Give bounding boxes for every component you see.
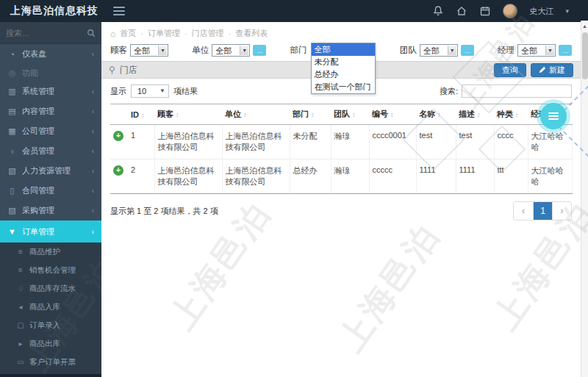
search-icon	[87, 29, 96, 37]
chevron-left-icon: ‹	[92, 50, 94, 58]
book-icon: ▤	[7, 107, 17, 116]
unit-filter-label: 单位	[192, 45, 209, 56]
col-header-customer[interactable]: 顾客↕	[154, 104, 222, 125]
sidebar-search-input[interactable]	[6, 29, 82, 37]
scroll-up-arrow[interactable]: ▲	[581, 21, 588, 31]
dropdown-option-unassigned[interactable]: 未分配	[312, 56, 375, 68]
breadcrumb-orders[interactable]: 订单管理	[148, 28, 180, 39]
cell-id: 2	[128, 159, 154, 194]
team-more-button[interactable]: ...	[461, 45, 474, 56]
submenu-item-sales-opportunity[interactable]: ≡ 销售机会管理	[0, 261, 101, 279]
sidebar-search	[0, 22, 101, 44]
col-header-unit[interactable]: 单位↕	[222, 104, 290, 125]
stores-table: ID↕ 顾客↕ 单位↕ 部门↕ 团队↕ 编号↕ 名称↕ 描述↕ 种类↕ 经理 +…	[110, 104, 573, 194]
sidebar-item-dashboard[interactable]: ◔ 仪表盘 ‹	[0, 44, 101, 64]
breadcrumb-home[interactable]: 首页	[120, 28, 136, 39]
pencil-icon	[539, 66, 546, 73]
user-name[interactable]: 史大江	[529, 6, 553, 17]
scrollbar-thumb[interactable]	[582, 32, 588, 79]
calendar-icon[interactable]	[479, 5, 491, 17]
breadcrumb: ⌂ 首页 · 订单管理 · 门店管理 · 查看列表	[101, 22, 581, 42]
bell-icon[interactable]	[432, 5, 444, 17]
table-search-input[interactable]	[462, 85, 572, 98]
chevron-left-icon: ‹	[92, 127, 94, 135]
target-icon: ◎	[7, 68, 17, 78]
sidebar-item-system[interactable]: ▥ 系统管理 ‹	[0, 82, 101, 101]
customer-filter-label: 顾客	[110, 45, 127, 56]
menu-toggle-icon[interactable]	[113, 7, 125, 15]
customer-filter-select[interactable]: 全部 ▼	[130, 44, 168, 57]
col-header-id[interactable]: ID↕	[128, 104, 154, 125]
col-header-category[interactable]: 种类↕	[494, 104, 528, 125]
store-icon: ⚲	[109, 65, 115, 75]
cell-department: 总经办	[290, 159, 331, 194]
col-header-name[interactable]: 名称↕	[416, 104, 456, 125]
page-1-button[interactable]: 1	[533, 202, 552, 220]
select-arrow-icon: ▼	[545, 46, 554, 55]
unit-more-button[interactable]: ...	[253, 45, 266, 56]
user-avatar[interactable]	[503, 4, 517, 18]
dropdown-option-general-office[interactable]: 总经办	[312, 68, 375, 81]
submenu-item-product-maintain[interactable]: ≡ 商品维护	[0, 243, 101, 261]
pagination: ‹ 1 ›	[513, 201, 572, 220]
chevron-left-icon: ‹	[92, 107, 94, 115]
floating-menu-button[interactable]	[540, 103, 567, 129]
chevron-left-icon: ‹	[92, 147, 94, 155]
orders-submenu: ≡ 商品维护 ≡ 销售机会管理 ♢ 商品库存流水 ◂ 商品入库 ▢ 订单录入 ▸…	[0, 243, 101, 377]
manager-more-button[interactable]: ...	[559, 45, 572, 56]
box-icon: ▨	[7, 206, 17, 215]
dropdown-option-test-dept[interactable]: 在测试一个部门	[312, 81, 375, 93]
table-row: + 2 上海邑泊信息科技有限公司 上海邑泊信息科技有限公司 总经办 瀚瑔 ccc…	[110, 159, 572, 194]
sidebar-item-hr[interactable]: ▧ 人力资源管理 ‹	[0, 161, 101, 181]
submenu-item-stock-flow[interactable]: ♢ 商品库存流水	[0, 279, 101, 298]
team-filter: 团队 全部 ▼ ...	[400, 44, 474, 57]
expand-row-button[interactable]: +	[113, 131, 123, 141]
sidebar-item-orders[interactable]: ▼ 订单管理 ‹	[0, 220, 101, 243]
sidebar-item-company[interactable]: ▦ 公司管理 ‹	[0, 121, 101, 141]
next-page-button[interactable]: ›	[552, 202, 571, 220]
sort-icon: ↕	[477, 111, 481, 118]
submenu-item-invoice[interactable]: ▭ 客户订单开票	[0, 353, 101, 371]
table-footer: 显示第 1 至 2 项结果，共 2 项 ‹ 1 ›	[101, 194, 581, 228]
unit-filter-select[interactable]: 全部 ▼	[212, 44, 250, 57]
inbox-icon: ◂	[16, 303, 25, 311]
submenu-item-stock-out[interactable]: ▸ 商品出库	[0, 334, 101, 353]
breadcrumb-stores[interactable]: 门店管理	[192, 28, 224, 39]
expand-row-button[interactable]: +	[113, 165, 123, 176]
invoice-icon: ▭	[16, 358, 25, 366]
team-filter-select[interactable]: 全部 ▼	[420, 44, 458, 57]
vertical-scrollbar[interactable]: ▲	[581, 21, 588, 377]
sidebar-item-member[interactable]: ♀ 会员管理 ‹	[0, 141, 101, 161]
query-button[interactable]: 查询	[494, 63, 526, 77]
breadcrumb-view-list[interactable]: 查看列表	[235, 28, 268, 39]
sort-icon: ↕	[437, 111, 441, 118]
sort-icon: ↕	[141, 112, 145, 119]
chevron-left-icon: ‹	[92, 187, 94, 195]
cell-code: cccc0001	[369, 125, 416, 159]
sliders-icon: ▥	[7, 87, 17, 96]
home-icon[interactable]	[456, 5, 467, 17]
page-size-select[interactable]: 10 ▼	[131, 85, 169, 98]
col-header-description[interactable]: 描述↕	[456, 104, 494, 125]
prev-page-button[interactable]: ‹	[514, 202, 533, 220]
sidebar-item-purchase[interactable]: ▨ 采购管理 ‹	[0, 201, 101, 220]
col-header-team[interactable]: 团队↕	[331, 104, 369, 125]
sidebar-item-contract[interactable]: ▯ 合同管理 ‹	[0, 181, 101, 201]
create-button[interactable]: 新建	[531, 63, 573, 77]
people-icon: ▧	[7, 166, 17, 176]
select-arrow-icon: ▼	[448, 46, 456, 55]
dropdown-option-all[interactable]: 全部	[312, 43, 375, 56]
col-header-code[interactable]: 编号↕	[369, 104, 416, 125]
col-header-department[interactable]: 部门↕	[290, 104, 331, 125]
sort-icon: ↕	[390, 111, 394, 118]
document-icon: ▯	[7, 186, 17, 195]
cell-unit: 上海邑泊信息科技有限公司	[222, 125, 290, 159]
sidebar-item-content[interactable]: ▤ 内容管理 ‹	[0, 101, 101, 121]
chevron-down-icon[interactable]: ▾	[565, 7, 569, 15]
cell-manager: 大江哈哈哈	[528, 125, 572, 159]
manager-filter-select[interactable]: 全部 ▼	[517, 44, 556, 57]
person-icon: ♀	[7, 147, 17, 156]
submenu-item-stock-in[interactable]: ◂ 商品入库	[0, 298, 101, 316]
cell-description: test	[456, 125, 494, 159]
submenu-item-order-entry[interactable]: ▢ 订单录入	[0, 316, 101, 334]
